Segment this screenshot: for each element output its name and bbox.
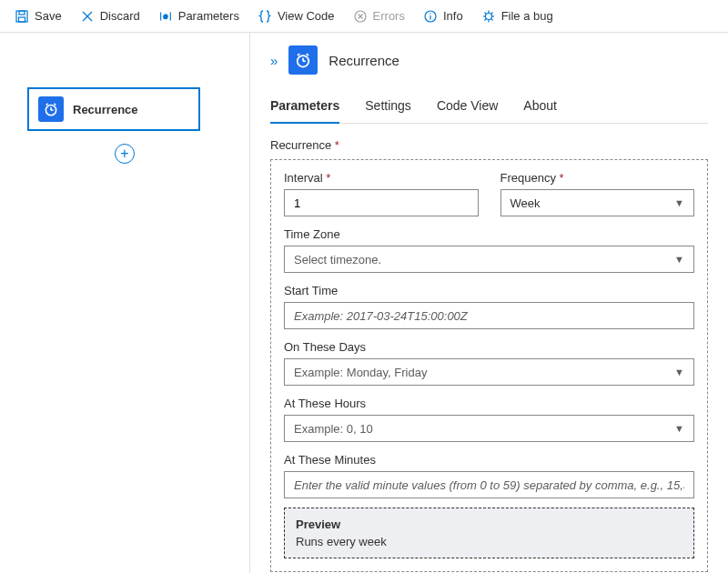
parameters-icon: @ bbox=[158, 9, 173, 24]
at-hours-label: At These Hours bbox=[284, 397, 694, 410]
svg-rect-2 bbox=[19, 17, 25, 22]
save-label: Save bbox=[35, 9, 62, 23]
tab-about[interactable]: About bbox=[523, 91, 557, 123]
chevron-down-icon: ▼ bbox=[674, 423, 684, 434]
svg-line-18 bbox=[484, 12, 486, 14]
parameters-button[interactable]: @ Parameters bbox=[151, 5, 247, 27]
node-label: Recurrence bbox=[73, 103, 138, 116]
timezone-label: Time Zone bbox=[284, 227, 694, 241]
at-minutes-label: At These Minutes bbox=[284, 453, 694, 467]
plus-icon: + bbox=[120, 146, 128, 161]
svg-rect-0 bbox=[16, 11, 27, 22]
file-bug-button[interactable]: File a bug bbox=[474, 5, 561, 27]
frequency-value: Week bbox=[511, 196, 541, 210]
errors-button: Errors bbox=[346, 5, 412, 27]
bug-icon bbox=[481, 9, 496, 24]
clock-icon bbox=[288, 45, 318, 75]
detail-panel: » Recurrence Parameters Settings Code Vi… bbox=[250, 33, 728, 573]
detail-tabs: Parameters Settings Code View About bbox=[270, 91, 708, 124]
tab-parameters[interactable]: Parameters bbox=[270, 91, 339, 124]
start-time-input-el[interactable] bbox=[294, 309, 684, 323]
on-days-select[interactable]: Example: Monday, Friday ▼ bbox=[284, 358, 694, 386]
clock-icon bbox=[38, 96, 64, 122]
error-icon bbox=[353, 9, 368, 24]
main-area: Recurrence + » Recurrence Parameters Set… bbox=[0, 33, 728, 573]
errors-label: Errors bbox=[373, 9, 405, 23]
recurrence-form: Interval Frequency Week ▼ Time Zone Sele bbox=[270, 159, 708, 572]
interval-label: Interval bbox=[284, 171, 479, 185]
start-time-input[interactable] bbox=[284, 302, 694, 329]
braces-icon bbox=[258, 9, 272, 24]
chevron-down-icon: ▼ bbox=[674, 197, 684, 208]
at-hours-select[interactable]: Example: 0, 10 ▼ bbox=[284, 415, 694, 442]
detail-header: » Recurrence bbox=[270, 45, 708, 75]
svg-text:@: @ bbox=[163, 13, 167, 18]
parameters-label: Parameters bbox=[178, 9, 239, 23]
add-step-button[interactable]: + bbox=[115, 144, 135, 164]
start-time-label: Start Time bbox=[284, 284, 694, 297]
workflow-canvas: Recurrence + bbox=[0, 33, 250, 573]
recurrence-node[interactable]: Recurrence bbox=[27, 87, 200, 131]
info-button[interactable]: Info bbox=[416, 5, 470, 27]
view-code-button[interactable]: View Code bbox=[250, 5, 342, 27]
on-days-label: On These Days bbox=[284, 340, 694, 354]
timezone-select[interactable]: Select timezone. ▼ bbox=[284, 246, 694, 273]
save-icon bbox=[15, 9, 29, 24]
view-code-label: View Code bbox=[278, 9, 335, 23]
info-label: Info bbox=[443, 9, 463, 23]
svg-point-13 bbox=[485, 13, 491, 19]
timezone-placeholder: Select timezone. bbox=[294, 253, 381, 266]
at-hours-placeholder: Example: 0, 10 bbox=[294, 422, 373, 436]
preview-box: Preview Runs every week bbox=[284, 508, 694, 558]
file-bug-label: File a bug bbox=[501, 9, 553, 23]
toolbar: Save Discard @ Parameters View Code Erro… bbox=[0, 0, 728, 33]
save-button[interactable]: Save bbox=[7, 5, 69, 27]
info-icon bbox=[423, 9, 438, 24]
svg-rect-1 bbox=[19, 11, 25, 15]
tab-settings[interactable]: Settings bbox=[365, 91, 411, 123]
discard-icon bbox=[80, 9, 95, 24]
svg-line-21 bbox=[484, 18, 486, 20]
svg-point-11 bbox=[430, 13, 430, 14]
at-minutes-input-el[interactable] bbox=[294, 478, 684, 492]
chevron-down-icon: ▼ bbox=[674, 254, 684, 265]
interval-input[interactable] bbox=[284, 189, 479, 216]
on-days-placeholder: Example: Monday, Friday bbox=[294, 366, 427, 379]
frequency-label: Frequency bbox=[500, 171, 695, 185]
discard-button[interactable]: Discard bbox=[73, 5, 147, 27]
tab-code-view[interactable]: Code View bbox=[437, 91, 498, 123]
frequency-select[interactable]: Week ▼ bbox=[500, 189, 695, 216]
section-label: Recurrence bbox=[270, 138, 708, 152]
detail-title: Recurrence bbox=[329, 53, 399, 68]
preview-title: Preview bbox=[296, 518, 682, 531]
svg-line-19 bbox=[490, 18, 492, 20]
interval-input-el[interactable] bbox=[294, 196, 469, 210]
preview-body: Runs every week bbox=[296, 535, 682, 548]
at-minutes-input[interactable] bbox=[284, 471, 694, 498]
collapse-icon[interactable]: » bbox=[270, 53, 278, 68]
svg-line-20 bbox=[490, 12, 492, 14]
chevron-down-icon: ▼ bbox=[674, 367, 684, 377]
discard-label: Discard bbox=[100, 9, 140, 23]
